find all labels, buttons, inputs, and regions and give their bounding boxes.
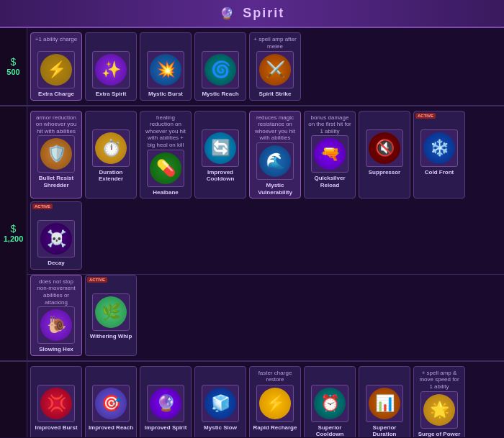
item-icon-mystic-burst: 💥: [147, 51, 184, 88]
item-icon-improved-burst: 💢: [37, 385, 75, 422]
item-name-mystic-slow: Mystic Slow: [204, 424, 237, 432]
item-name-healbane: Healbane: [153, 189, 179, 196]
item-name-extra-charge: Extra Charge: [38, 91, 74, 98]
main-content: $500 +1 ability charge ⚡ Extra Charge ✨ …: [0, 28, 504, 437]
item-name-withering-whip: Withering Whip: [90, 333, 132, 340]
active-badge-cold-front: ACTIVE: [415, 113, 436, 119]
item-icon-surge-of-power: 🌟: [420, 391, 458, 429]
item-card-extra-charge[interactable]: +1 ability charge ⚡ Extra Charge: [30, 32, 82, 101]
item-card-mystic-burst[interactable]: 💥 Mystic Burst: [140, 32, 192, 101]
header: 🔮 Spirit: [0, 0, 504, 28]
cost-num-1: 1,200: [4, 234, 24, 243]
item-card-mystic-reach[interactable]: 🌀 Mystic Reach: [194, 32, 246, 101]
item-name-superior-duration: Superior Duration: [361, 424, 408, 437]
item-name-improved-reach: Improved Reach: [89, 424, 133, 432]
main-items-row-0: +1 ability charge ⚡ Extra Charge ✨ Extra…: [27, 28, 504, 105]
item-name-extra-spirit: Extra Spirit: [96, 91, 127, 98]
item-name-mystic-reach: Mystic Reach: [202, 91, 238, 98]
item-name-surge-of-power: Surge of Power: [418, 431, 461, 438]
item-icon-mystic-reach: 🌀: [202, 51, 239, 88]
tier-section-3: $3,000 💢 Improved Burst 🎯 Improved Reach…: [0, 362, 504, 437]
cost-num-0: 500: [6, 68, 19, 76]
item-card-bullet-resist-shredder[interactable]: armor reduction on whoever you hit with …: [30, 111, 82, 199]
item-icon-extra-spirit: ✨: [92, 51, 130, 88]
item-tooltip-mystic-vulnerability: reduces magic resistance on whoever you …: [252, 114, 298, 142]
item-name-rapid-recharge: Rapid Recharge: [253, 424, 297, 432]
cost-label-0: $500: [0, 28, 27, 105]
item-icon-duration-extender: ⏱️: [92, 129, 130, 167]
item-card-mystic-vulnerability[interactable]: reduces magic resistance on whoever you …: [249, 111, 301, 199]
cost-coin-1: $: [11, 223, 17, 234]
item-name-improved-spirit: Improved Spirit: [145, 424, 187, 432]
main-items-row-1: armor reduction on whoever you hit with …: [27, 106, 504, 274]
cost-coin-0: $: [11, 56, 17, 68]
item-tooltip-bullet-resist-shredder: armor reduction on whoever you hit with …: [33, 114, 79, 136]
item-icon-improved-reach: 🎯: [92, 385, 130, 422]
item-name-decay: Decay: [48, 260, 65, 267]
item-card-spirit-strike[interactable]: + spell amp after melee ⚔️ Spirit Strike: [249, 32, 301, 101]
item-icon-quicksilver-reload: 🔫: [311, 135, 348, 173]
item-card-withering-whip[interactable]: ACTIVE 🌿 Withering Whip: [85, 275, 137, 356]
active-badge-withering-whip: ACTIVE: [87, 277, 107, 283]
item-icon-improved-cooldown: 🔄: [202, 129, 239, 167]
item-card-improved-burst[interactable]: 💢 Improved Burst: [30, 366, 82, 437]
item-tooltip-spirit-strike: + spell amp after melee: [252, 35, 298, 51]
item-name-mystic-vulnerability: Mystic Vulnerability: [252, 182, 298, 196]
item-name-quicksilver-reload: Quicksilver Reload: [307, 175, 353, 188]
item-tooltip-rapid-recharge: faster charge restore: [252, 369, 298, 385]
item-card-improved-spirit[interactable]: 🔮 Improved Spirit: [140, 366, 192, 437]
item-tooltip-surge-of-power: + spell amp & move speed for 1 ability: [416, 369, 462, 391]
item-icon-improved-spirit: 🔮: [147, 385, 184, 422]
items-wrap-1: armor reduction on whoever you hit with …: [27, 106, 504, 360]
item-name-suppressor: Suppressor: [369, 169, 400, 176]
item-icon-healbane: 💊: [147, 150, 184, 187]
item-card-quicksilver-reload[interactable]: bonus damage on the first hit for 1 abil…: [304, 111, 356, 199]
item-icon-superior-cooldown: ⏰: [311, 385, 348, 422]
item-card-slowing-hex[interactable]: does not stop non-movement abilities or …: [30, 275, 82, 356]
item-icon-mystic-slow: 🧊: [202, 385, 239, 422]
item-name-spirit-strike: Spirit Strike: [259, 91, 292, 98]
item-card-mystic-slow[interactable]: 🧊 Mystic Slow: [194, 366, 246, 437]
item-icon-slowing-hex: 🐌: [37, 306, 75, 344]
item-icon-rapid-recharge: ⚡: [256, 385, 294, 422]
cost-label-1: $1,200: [0, 106, 27, 360]
item-tooltip-healbane: healing reduction on whoever you hit wit…: [143, 114, 189, 150]
item-card-extra-spirit[interactable]: ✨ Extra Spirit: [85, 32, 137, 101]
item-icon-mystic-vulnerability: 🌊: [256, 142, 294, 180]
item-card-decay[interactable]: ACTIVE ☠️ Decay: [30, 201, 82, 270]
item-icon-bullet-resist-shredder: 🛡️: [37, 135, 75, 173]
cost-label-3: $3,000: [0, 362, 27, 437]
item-card-surge-of-power[interactable]: + spell amp & move speed for 1 ability 🌟…: [413, 366, 465, 437]
item-card-improved-cooldown[interactable]: 🔄 Improved Cooldown: [194, 111, 246, 199]
active-badge-decay: ACTIVE: [32, 204, 53, 209]
tier-section-1: $1,200 armor reduction on whoever you hi…: [0, 106, 504, 362]
item-card-duration-extender[interactable]: ⏱️ Duration Extender: [85, 111, 137, 199]
item-card-suppressor[interactable]: 🔇 Suppressor: [359, 111, 410, 199]
item-icon-superior-duration: 📊: [366, 385, 403, 422]
item-card-superior-cooldown[interactable]: ⏰ Superior Cooldown: [304, 366, 356, 437]
item-name-bullet-resist-shredder: Bullet Resist Shredder: [33, 175, 79, 188]
item-icon-extra-charge: ⚡: [37, 51, 75, 88]
sub-items-row-1: does not stop non-movement abilities or …: [27, 274, 504, 360]
item-name-improved-cooldown: Improved Cooldown: [197, 169, 243, 183]
header-title: Spirit: [243, 6, 284, 20]
item-tooltip-extra-charge: +1 ability charge: [34, 35, 78, 51]
items-wrap-3: 💢 Improved Burst 🎯 Improved Reach 🔮 Impr…: [27, 362, 504, 437]
item-card-rapid-recharge[interactable]: faster charge restore ⚡ Rapid Recharge: [249, 366, 301, 437]
item-tooltip-quicksilver-reload: bonus damage on the first hit for 1 abil…: [307, 114, 353, 136]
item-icon-withering-whip: 🌿: [92, 293, 130, 331]
item-icon-spirit-strike: ⚔️: [256, 51, 294, 88]
item-icon-cold-front: ❄️: [420, 129, 458, 167]
item-name-cold-front: Cold Front: [425, 169, 454, 176]
item-card-healbane[interactable]: healing reduction on whoever you hit wit…: [140, 111, 192, 199]
main-items-row-3: 💢 Improved Burst 🎯 Improved Reach 🔮 Impr…: [27, 362, 504, 437]
item-icon-suppressor: 🔇: [366, 129, 403, 167]
item-name-slowing-hex: Slowing Hex: [39, 346, 73, 353]
item-name-mystic-burst: Mystic Burst: [148, 91, 183, 98]
item-name-duration-extender: Duration Extender: [88, 169, 134, 183]
tier-section-0: $500 +1 ability charge ⚡ Extra Charge ✨ …: [0, 28, 504, 106]
item-card-improved-reach[interactable]: 🎯 Improved Reach: [85, 366, 137, 437]
item-card-superior-duration[interactable]: 📊 Superior Duration: [359, 366, 410, 437]
item-name-superior-cooldown: Superior Cooldown: [307, 424, 353, 437]
item-card-cold-front[interactable]: ACTIVE ❄️ Cold Front: [413, 111, 465, 199]
